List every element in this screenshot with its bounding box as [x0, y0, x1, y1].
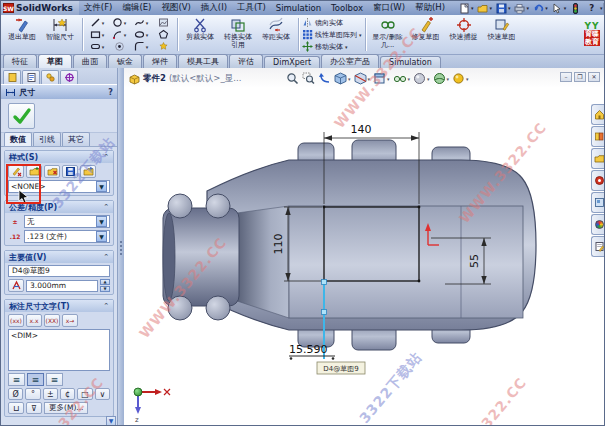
save-caret-icon[interactable]: ▾ — [508, 5, 511, 11]
smart-dimension-button[interactable]: 智能尺寸 — [41, 16, 79, 53]
convert-entities-button[interactable]: 转换实体引用 — [219, 16, 257, 53]
dimension-110-text[interactable]: 110 — [272, 234, 285, 255]
circle-tool-icon[interactable]: ▾ — [108, 17, 130, 29]
subtab-value[interactable]: 数值 — [4, 132, 32, 146]
plusminus-symbol-button[interactable]: ± — [43, 388, 58, 400]
spline-tool-icon[interactable]: ▾ — [130, 17, 152, 29]
collapse-chevron-icon[interactable]: ⌃ — [103, 302, 109, 310]
dimension-value-field[interactable]: 3.000mm — [26, 280, 98, 292]
ellipse-tool-icon[interactable]: ▾ — [130, 29, 152, 41]
apply-scene-icon[interactable]: ▾ — [433, 72, 450, 85]
load-favorite-button[interactable] — [80, 165, 96, 178]
trim-entities-button[interactable]: 剪裁实体 — [181, 16, 219, 53]
menu-view[interactable]: 视图(V) — [156, 2, 195, 14]
subtab-leaders[interactable]: 引线 — [33, 132, 61, 146]
display-style-icon[interactable]: ▾ — [334, 72, 351, 85]
arc-tool-icon[interactable]: ▾ — [108, 29, 130, 41]
search-tab[interactable] — [591, 170, 605, 191]
align-center-button[interactable]: ≡ — [27, 373, 44, 386]
centerline-symbol-button[interactable]: ¢ — [60, 388, 75, 400]
repair-sketch-button[interactable]: 修复草图 — [407, 16, 445, 53]
tab-dimxpert[interactable]: DimXpert — [264, 56, 320, 68]
exit-sketch-button[interactable]: 退出草图 — [3, 16, 41, 53]
override-button[interactable]: x.x — [26, 314, 42, 327]
file-explorer-tab[interactable] — [591, 148, 605, 169]
view-orientation-icon[interactable]: ▾ — [373, 72, 390, 85]
tab-simulation[interactable]: Simulation — [380, 56, 441, 68]
caret-icon[interactable]: ▾ — [387, 76, 390, 82]
delete-favorite-button[interactable] — [44, 165, 60, 178]
add-favorite-button[interactable] — [26, 165, 42, 178]
tab-weldments[interactable]: 焊件 — [143, 54, 177, 68]
help-icon[interactable]: ? — [584, 3, 599, 13]
caret-icon[interactable]: ▾ — [348, 76, 351, 82]
new-caret-icon[interactable]: ▾ — [471, 5, 474, 11]
save-favorite-button[interactable] — [62, 165, 78, 178]
chevron-symbol-button[interactable]: ∨ — [95, 388, 110, 400]
move-entities-button[interactable]: 移动实体▾ — [302, 41, 362, 52]
degree-symbol-button[interactable]: ° — [25, 388, 40, 400]
subtab-other[interactable]: 其它 — [62, 132, 90, 146]
diameter-symbol-button[interactable]: Ø — [8, 388, 23, 400]
linear-pattern-caret-icon[interactable]: ▾ — [359, 32, 362, 38]
primary-value-header[interactable]: 主要值(V)⌃ — [5, 251, 113, 263]
style-dropdown[interactable]: <NONE>▼ — [8, 180, 110, 193]
precision-dropdown[interactable]: .123 (文件)▼ — [24, 230, 110, 243]
point-tool-icon[interactable] — [108, 41, 130, 53]
move-entities-caret-icon[interactable]: ▾ — [345, 44, 348, 50]
tab-mold-tools[interactable]: 模具工具 — [178, 54, 228, 68]
paren-button[interactable]: (xx) — [8, 314, 24, 327]
dimension-140-text[interactable]: 140 — [351, 123, 372, 136]
custom-properties-tab[interactable] — [591, 236, 605, 257]
dimension-text-area[interactable]: <DIM> — [8, 329, 110, 371]
tab-surfaces[interactable]: 曲面 — [73, 54, 107, 68]
text-tool-icon[interactable] — [152, 41, 174, 53]
design-library-tab[interactable] — [591, 126, 605, 147]
tolerance-caret-icon[interactable]: ▼ — [96, 216, 107, 227]
caret-icon[interactable]: ▾ — [466, 76, 469, 82]
style-section-header[interactable]: 样式(S)⌃ — [5, 151, 113, 163]
caps-button[interactable]: (XX) — [44, 314, 60, 327]
menu-tools[interactable]: 工具(T) — [232, 2, 271, 14]
rectangle-tool-icon[interactable]: ▾ — [86, 29, 108, 41]
menu-edit[interactable]: 编辑(E) — [117, 2, 156, 14]
zoom-area-icon[interactable] — [302, 72, 315, 85]
appearances-tab[interactable] — [591, 214, 605, 235]
section-view-icon[interactable]: ▾ — [354, 72, 371, 85]
caret-icon[interactable]: ▾ — [427, 76, 430, 82]
align-left-button[interactable]: ≡ — [8, 373, 25, 386]
dimension-grip[interactable] — [332, 357, 335, 360]
select-caret-icon[interactable]: ▾ — [564, 5, 567, 11]
doc-restore-button[interactable]: ❐ — [574, 72, 586, 82]
save-icon[interactable] — [495, 3, 507, 14]
undo-caret-icon[interactable]: ▾ — [545, 5, 548, 11]
linear-pattern-button[interactable]: 线性草图阵列▾ — [302, 29, 362, 40]
doc-close-button[interactable]: ✕ — [588, 72, 600, 82]
more-symbols-button[interactable]: 更多(M)... — [44, 402, 88, 414]
spinner-up-button[interactable]: ▲ — [100, 279, 110, 285]
dimension-grip[interactable] — [290, 357, 293, 360]
ok-button[interactable] — [8, 103, 35, 129]
display-delete-relations-button[interactable]: 显示/删除几... — [369, 16, 407, 53]
menu-file[interactable]: 文件(F) — [79, 2, 118, 14]
feature-manager-tab[interactable] — [3, 70, 21, 84]
graphics-area[interactable]: 140 110 55 — [124, 68, 605, 426]
flyout-feature-tree[interactable]: 零件2 (默认<默认>_显... — [129, 73, 241, 85]
counterbore-symbol-button[interactable]: ⊔ — [8, 402, 24, 414]
menu-window[interactable]: 窗口(W) — [368, 2, 410, 14]
precision-caret-icon[interactable]: ▼ — [96, 231, 107, 242]
dimxpert-manager-tab[interactable] — [60, 70, 78, 84]
edit-appearance-icon[interactable]: ▾ — [413, 72, 430, 85]
align-right-button[interactable]: ≡ — [46, 373, 63, 386]
resources-tab[interactable] — [591, 104, 605, 125]
polygon-tool-icon[interactable] — [152, 29, 174, 41]
style-dropdown-caret-icon[interactable]: ▼ — [96, 181, 107, 192]
collapse-chevron-icon[interactable]: ⌃ — [103, 153, 109, 161]
rapid-sketch-button[interactable]: 快速草图 — [483, 16, 521, 53]
tab-sketch[interactable]: 草图 — [38, 54, 72, 68]
print-caret-icon[interactable]: ▾ — [527, 5, 530, 11]
tab-sheet-metal[interactable]: 钣金 — [108, 54, 142, 68]
panel-help-button[interactable]: ? — [108, 88, 113, 97]
dimension-name-field[interactable]: D4@草图9 — [8, 265, 110, 277]
previous-view-icon[interactable] — [318, 72, 331, 85]
